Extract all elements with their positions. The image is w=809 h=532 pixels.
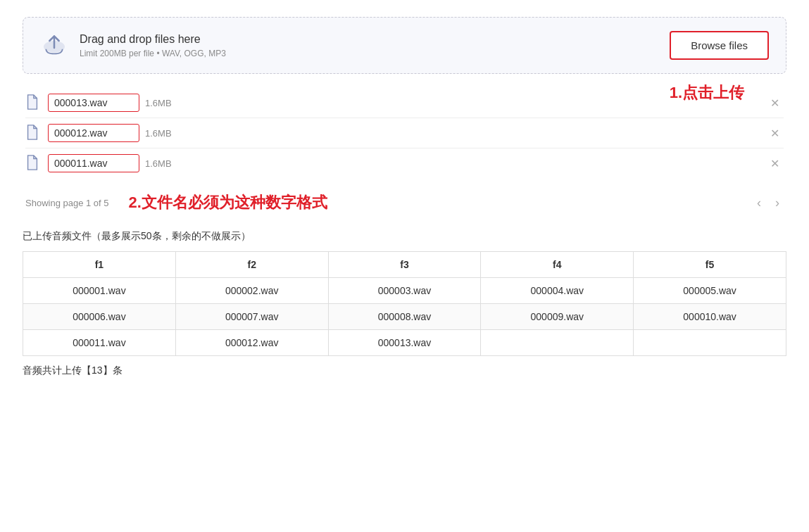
cell-0-3: 000004.wav bbox=[481, 278, 634, 304]
file-item-inner-0: 000013.wav 1.6MB bbox=[48, 94, 758, 112]
file-item-1: 000012.wav 1.6MB ✕ bbox=[23, 118, 786, 148]
file-name-1: 000012.wav bbox=[48, 124, 139, 142]
header-row: f1 f2 f3 f4 f5 bbox=[23, 252, 786, 278]
cell-1-4: 000010.wav bbox=[634, 304, 786, 330]
cell-2-4 bbox=[634, 330, 786, 356]
col-header-f3: f3 bbox=[328, 252, 481, 278]
cell-1-2: 000008.wav bbox=[328, 304, 481, 330]
cell-2-3 bbox=[481, 330, 634, 356]
col-header-f1: f1 bbox=[23, 252, 176, 278]
file-size-1: 1.6MB bbox=[145, 128, 172, 139]
pagination-row: Showing page 1 of 5 2.文件名必须为这种数字格式 ‹ › bbox=[23, 189, 786, 216]
file-icon-1 bbox=[25, 125, 39, 142]
remove-file-2[interactable]: ✕ bbox=[766, 156, 784, 172]
table-body: 000001.wav 000002.wav 000003.wav 000004.… bbox=[23, 278, 786, 356]
file-icon-2 bbox=[25, 155, 39, 172]
file-item-inner-2: 000011.wav 1.6MB bbox=[48, 154, 758, 172]
annotation-filename-format: 2.文件名必须为这种数字格式 bbox=[129, 192, 327, 213]
uploaded-files-table: f1 f2 f3 f4 f5 000001.wav 000002.wav 000… bbox=[23, 251, 786, 356]
remove-file-0[interactable]: ✕ bbox=[766, 95, 784, 111]
table-row-1: 000006.wav 000007.wav 000008.wav 000009.… bbox=[23, 304, 786, 330]
file-item-inner-1: 000012.wav 1.6MB bbox=[48, 124, 758, 142]
drop-title: Drag and drop files here bbox=[80, 33, 226, 46]
section-title: 已上传音频文件（最多展示50条，剩余的不做展示） bbox=[23, 230, 786, 243]
col-header-f5: f5 bbox=[634, 252, 786, 278]
browse-files-button[interactable]: Browse files bbox=[670, 31, 769, 60]
drop-zone-left: Drag and drop files here Limit 200MB per… bbox=[40, 30, 226, 61]
file-size-0: 1.6MB bbox=[145, 98, 172, 108]
table-footer: 音频共计上传【13】条 bbox=[23, 365, 786, 377]
file-icon-0 bbox=[25, 94, 39, 112]
drop-subtitle: Limit 200MB per file • WAV, OGG, MP3 bbox=[80, 49, 226, 58]
file-size-2: 1.6MB bbox=[145, 158, 172, 169]
upload-icon bbox=[40, 30, 68, 61]
file-list: 000013.wav 1.6MB 1.点击上传 ✕ 000012.wav 1.6… bbox=[23, 88, 786, 178]
file-name-0: 000013.wav bbox=[48, 94, 139, 112]
file-name-2: 000011.wav bbox=[48, 154, 139, 172]
cell-2-2: 000013.wav bbox=[328, 330, 481, 356]
cell-1-0: 000006.wav bbox=[23, 304, 176, 330]
page-info: Showing page 1 of 5 bbox=[25, 198, 109, 208]
drop-zone[interactable]: Drag and drop files here Limit 200MB per… bbox=[23, 17, 786, 74]
remove-file-1[interactable]: ✕ bbox=[766, 125, 784, 141]
file-item-0: 000013.wav 1.6MB 1.点击上传 ✕ bbox=[23, 88, 786, 118]
cell-0-2: 000003.wav bbox=[328, 278, 481, 304]
pagination-right: ‹ › bbox=[753, 194, 784, 212]
cell-1-3: 000009.wav bbox=[481, 304, 634, 330]
prev-page-button[interactable]: ‹ bbox=[753, 194, 765, 212]
col-header-f4: f4 bbox=[481, 252, 634, 278]
table-row-2: 000011.wav 000012.wav 000013.wav bbox=[23, 330, 786, 356]
cell-1-1: 000007.wav bbox=[175, 304, 328, 330]
pagination-left: Showing page 1 of 5 2.文件名必须为这种数字格式 bbox=[25, 192, 327, 213]
col-header-f2: f2 bbox=[175, 252, 328, 278]
drop-zone-text: Drag and drop files here Limit 200MB per… bbox=[80, 33, 226, 58]
file-item-2: 000011.wav 1.6MB ✕ bbox=[23, 148, 786, 178]
cell-0-0: 000001.wav bbox=[23, 278, 176, 304]
table-header: f1 f2 f3 f4 f5 bbox=[23, 252, 786, 278]
table-row-0: 000001.wav 000002.wav 000003.wav 000004.… bbox=[23, 278, 786, 304]
cell-2-1: 000012.wav bbox=[175, 330, 328, 356]
cell-0-1: 000002.wav bbox=[175, 278, 328, 304]
cell-2-0: 000011.wav bbox=[23, 330, 176, 356]
next-page-button[interactable]: › bbox=[771, 194, 784, 212]
cell-0-4: 000005.wav bbox=[634, 278, 786, 304]
